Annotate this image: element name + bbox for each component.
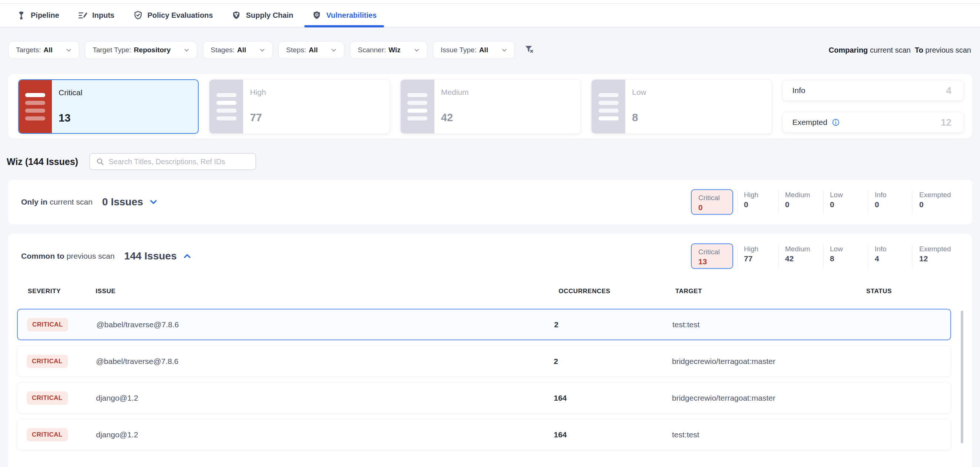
filter-label: Stages: xyxy=(210,46,234,54)
exempted-card-label: Exempted xyxy=(792,118,840,127)
chip-critical[interactable]: Critical 0 xyxy=(691,189,733,215)
chip-low[interactable]: Low 8 xyxy=(823,244,868,268)
policy-evaluations-icon xyxy=(133,10,143,21)
chip-label: High xyxy=(744,245,778,253)
chip-info[interactable]: Info 4 xyxy=(868,244,913,268)
chevron-down-icon xyxy=(330,47,337,54)
tab-vulnerabilities[interactable]: Vulnerabilities xyxy=(310,4,378,27)
table-row[interactable]: CRITICAL django@1.2 164 test:test xyxy=(17,419,951,450)
chevron-down-icon[interactable] xyxy=(148,197,159,207)
filter-label: Target Type: xyxy=(93,46,131,54)
chip-high[interactable]: High 0 xyxy=(737,190,778,214)
chip-label: Exempted xyxy=(919,191,961,199)
section-common-previous: Common to previous scan 144 Issues Criti… xyxy=(8,234,972,467)
col-occurrences: OCCURRENCES xyxy=(558,288,611,295)
window-top-edge xyxy=(0,0,980,4)
chip-info[interactable]: Info 0 xyxy=(868,190,913,214)
search-box[interactable] xyxy=(89,153,256,170)
filter-issue-type[interactable]: Issue Type: All xyxy=(433,41,515,59)
tab-inputs[interactable]: Inputs xyxy=(76,4,116,27)
chip-label: Low xyxy=(830,245,868,253)
severity-card-high[interactable]: High 77 xyxy=(209,79,390,134)
tab-bar: Pipeline Inputs Policy Evaluations Suppl… xyxy=(0,4,980,27)
filter-label: Scanner: xyxy=(358,46,386,54)
section-header[interactable]: Common to previous scan 144 Issues Criti… xyxy=(8,234,972,278)
filter-target-type[interactable]: Target Type: Repository xyxy=(85,41,197,59)
info-icon[interactable] xyxy=(832,118,840,126)
chip-low[interactable]: Low 0 xyxy=(823,190,868,214)
section-issue-count: 0 Issues xyxy=(102,196,143,208)
chip-critical[interactable]: Critical 13 xyxy=(691,243,733,269)
issue-cell: @babel/traverse@7.8.6 xyxy=(96,320,179,329)
section-header[interactable]: Only in current scan 0 Issues Critical 0… xyxy=(8,180,972,224)
clear-filters-button[interactable] xyxy=(524,44,535,56)
vertical-scrollbar[interactable] xyxy=(961,311,963,443)
chip-value: 8 xyxy=(830,254,868,263)
severity-card-medium[interactable]: Medium 42 xyxy=(400,79,581,134)
compare-bold: Comparing xyxy=(829,46,868,54)
severity-level-icon xyxy=(401,80,434,133)
chevron-down-icon xyxy=(501,47,508,54)
filter-steps[interactable]: Steps: All xyxy=(278,41,344,59)
compare-status: Comparing current scan To previous scan xyxy=(829,46,971,54)
filter-label: Steps: xyxy=(286,46,306,54)
filter-label: Issue Type: xyxy=(441,46,477,54)
chevron-up-icon[interactable] xyxy=(182,251,192,261)
chip-value: 0 xyxy=(875,200,913,209)
chip-medium[interactable]: Medium 0 xyxy=(778,190,823,214)
severity-card-label: High xyxy=(250,88,266,97)
table-row[interactable]: CRITICAL @babel/traverse@7.8.6 2 bridgec… xyxy=(17,345,951,377)
table-row[interactable]: CRITICAL django@1.2 164 bridgecrewio/ter… xyxy=(17,382,951,414)
chip-label: Low xyxy=(830,191,868,199)
col-target: TARGET xyxy=(675,288,702,295)
filter-value: All xyxy=(237,46,246,54)
vulnerabilities-icon xyxy=(312,10,322,21)
filter-label: Targets: xyxy=(16,46,41,54)
chip-value: 0 xyxy=(919,200,961,209)
filter-row: Targets: All Target Type: Repository Sta… xyxy=(8,41,971,59)
severity-card-label: Medium xyxy=(441,88,469,97)
chevron-down-icon xyxy=(413,47,420,54)
chip-label: Info xyxy=(875,245,913,253)
issue-cell: django@1.2 xyxy=(96,394,138,402)
exempted-card[interactable]: Exempted 12 xyxy=(783,112,964,133)
target-cell: bridgecrewio/terragoat:master xyxy=(672,394,775,402)
severity-card-label: Low xyxy=(632,88,646,97)
compare-bold: To xyxy=(915,46,923,54)
scanner-summary-row: Wiz (144 Issues) xyxy=(7,153,980,170)
chip-label: Exempted xyxy=(919,245,961,253)
section-only-current: Only in current scan 0 Issues Critical 0… xyxy=(8,180,972,224)
issue-cell: @babel/traverse@7.8.6 xyxy=(96,357,178,366)
tab-supply-chain[interactable]: Supply Chain xyxy=(230,4,295,27)
target-cell: test:test xyxy=(672,430,699,439)
chip-high[interactable]: High 77 xyxy=(737,244,778,268)
tab-label: Vulnerabilities xyxy=(326,11,377,20)
severity-card-critical[interactable]: Critical 13 xyxy=(18,79,199,134)
issue-cell: django@1.2 xyxy=(96,430,138,439)
section-label: Only in current scan xyxy=(21,197,93,206)
filter-stages[interactable]: Stages: All xyxy=(203,41,273,59)
tab-pipeline[interactable]: Pipeline xyxy=(15,4,61,27)
table-row[interactable]: CRITICAL @babel/traverse@7.8.6 2 test:te… xyxy=(17,309,951,340)
severity-card-low[interactable]: Low 8 xyxy=(591,79,772,134)
chip-label: Medium xyxy=(785,191,823,199)
chip-value: 12 xyxy=(919,254,961,263)
info-card[interactable]: Info 4 xyxy=(783,80,964,101)
filter-scanner[interactable]: Scanner: Wiz xyxy=(350,41,427,59)
tab-policy-evaluations[interactable]: Policy Evaluations xyxy=(132,4,215,27)
severity-card-count: 42 xyxy=(441,112,469,123)
chip-medium[interactable]: Medium 42 xyxy=(778,244,823,268)
info-card-label: Info xyxy=(792,86,805,95)
tab-label: Inputs xyxy=(92,11,115,20)
search-input[interactable] xyxy=(108,157,250,166)
chip-label: Critical xyxy=(698,194,732,202)
chip-exempted[interactable]: Exempted 12 xyxy=(913,244,961,268)
filter-targets[interactable]: Targets: All xyxy=(8,41,79,59)
occurrences-cell: 2 xyxy=(554,357,558,366)
chip-exempted[interactable]: Exempted 0 xyxy=(913,190,961,214)
search-icon xyxy=(96,157,104,166)
chip-label: High xyxy=(744,191,778,199)
chevron-down-icon xyxy=(259,47,266,54)
chip-label: Medium xyxy=(785,245,823,253)
chip-label: Critical xyxy=(698,248,732,256)
